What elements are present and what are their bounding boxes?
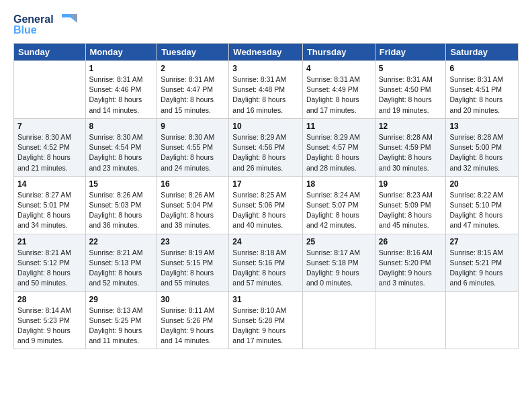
day-number: 12 [379, 122, 443, 131]
day-number: 16 [161, 179, 225, 189]
day-number: 25 [306, 237, 371, 246]
day-cell: 24Sunrise: 8:18 AMSunset: 5:16 PMDayligh… [229, 234, 303, 291]
calendar-table: SundayMondayTuesdayWednesdayThursdayFrid… [13, 43, 519, 349]
day-cell: 23Sunrise: 8:19 AMSunset: 5:15 PMDayligh… [157, 234, 229, 291]
day-cell: 3Sunrise: 8:31 AMSunset: 4:48 PMDaylight… [229, 61, 303, 119]
day-cell: 14Sunrise: 8:27 AMSunset: 5:01 PMDayligh… [14, 176, 86, 234]
day-number: 30 [161, 295, 225, 304]
day-cell [302, 291, 375, 349]
day-number: 26 [379, 237, 443, 246]
day-number: 6 [449, 64, 515, 73]
day-number: 13 [449, 122, 515, 131]
day-number: 1 [89, 64, 154, 73]
day-info: Sunrise: 8:24 AMSunset: 5:07 PMDaylight:… [306, 190, 371, 231]
day-info: Sunrise: 8:19 AMSunset: 5:15 PMDaylight:… [161, 248, 225, 289]
day-info: Sunrise: 8:27 AMSunset: 5:01 PMDaylight:… [17, 190, 82, 231]
day-info: Sunrise: 8:30 AMSunset: 4:54 PMDaylight:… [89, 132, 154, 173]
day-number: 2 [161, 64, 225, 73]
day-cell: 12Sunrise: 8:28 AMSunset: 4:59 PMDayligh… [375, 118, 446, 176]
logo: General Blue [13, 11, 81, 36]
day-cell: 8Sunrise: 8:30 AMSunset: 4:54 PMDaylight… [85, 118, 157, 176]
day-number: 7 [17, 122, 82, 131]
day-cell: 20Sunrise: 8:22 AMSunset: 5:10 PMDayligh… [446, 176, 519, 234]
day-info: Sunrise: 8:21 AMSunset: 5:12 PMDaylight:… [17, 248, 82, 289]
day-cell: 28Sunrise: 8:14 AMSunset: 5:23 PMDayligh… [14, 291, 86, 349]
day-cell: 18Sunrise: 8:24 AMSunset: 5:07 PMDayligh… [302, 176, 375, 234]
day-info: Sunrise: 8:29 AMSunset: 4:57 PMDaylight:… [306, 132, 371, 173]
day-number: 17 [232, 179, 299, 189]
day-info: Sunrise: 8:31 AMSunset: 4:47 PMDaylight:… [161, 75, 225, 116]
day-info: Sunrise: 8:28 AMSunset: 5:00 PMDaylight:… [449, 132, 515, 173]
day-cell: 31Sunrise: 8:10 AMSunset: 5:28 PMDayligh… [229, 291, 303, 349]
day-number: 10 [232, 122, 299, 131]
day-info: Sunrise: 8:22 AMSunset: 5:10 PMDaylight:… [449, 190, 515, 231]
week-row-2: 7Sunrise: 8:30 AMSunset: 4:52 PMDaylight… [14, 118, 519, 176]
day-info: Sunrise: 8:16 AMSunset: 5:20 PMDaylight:… [379, 248, 443, 289]
day-number: 11 [306, 122, 371, 131]
day-cell: 4Sunrise: 8:31 AMSunset: 4:49 PMDaylight… [302, 61, 375, 119]
day-cell: 19Sunrise: 8:23 AMSunset: 5:09 PMDayligh… [375, 176, 446, 234]
day-number: 21 [17, 237, 82, 246]
day-info: Sunrise: 8:11 AMSunset: 5:26 PMDaylight:… [161, 306, 225, 347]
day-cell: 15Sunrise: 8:26 AMSunset: 5:03 PMDayligh… [85, 176, 157, 234]
day-cell: 9Sunrise: 8:30 AMSunset: 4:55 PMDaylight… [157, 118, 229, 176]
day-number: 18 [306, 179, 371, 189]
day-cell: 7Sunrise: 8:30 AMSunset: 4:52 PMDaylight… [14, 118, 86, 176]
weekday-header-friday: Friday [375, 44, 446, 61]
header: General Blue [13, 11, 519, 36]
day-info: Sunrise: 8:25 AMSunset: 5:06 PMDaylight:… [232, 190, 299, 231]
day-number: 22 [89, 237, 154, 246]
weekday-header-sunday: Sunday [14, 44, 86, 61]
day-info: Sunrise: 8:21 AMSunset: 5:13 PMDaylight:… [89, 248, 154, 289]
weekday-header-row: SundayMondayTuesdayWednesdayThursdayFrid… [14, 44, 519, 61]
day-number: 4 [306, 64, 371, 73]
day-number: 3 [232, 64, 299, 73]
day-info: Sunrise: 8:18 AMSunset: 5:16 PMDaylight:… [232, 248, 299, 289]
day-cell: 17Sunrise: 8:25 AMSunset: 5:06 PMDayligh… [229, 176, 303, 234]
day-info: Sunrise: 8:23 AMSunset: 5:09 PMDaylight:… [379, 190, 443, 231]
day-cell: 30Sunrise: 8:11 AMSunset: 5:26 PMDayligh… [157, 291, 229, 349]
day-info: Sunrise: 8:30 AMSunset: 4:55 PMDaylight:… [161, 132, 225, 173]
day-info: Sunrise: 8:31 AMSunset: 4:46 PMDaylight:… [89, 75, 154, 116]
day-info: Sunrise: 8:15 AMSunset: 5:21 PMDaylight:… [449, 248, 515, 289]
day-cell: 25Sunrise: 8:17 AMSunset: 5:18 PMDayligh… [302, 234, 375, 291]
week-row-4: 21Sunrise: 8:21 AMSunset: 5:12 PMDayligh… [14, 234, 519, 291]
day-number: 29 [89, 295, 154, 304]
logo-svg: General Blue [13, 11, 81, 36]
day-cell: 16Sunrise: 8:26 AMSunset: 5:04 PMDayligh… [157, 176, 229, 234]
day-info: Sunrise: 8:29 AMSunset: 4:56 PMDaylight:… [232, 132, 299, 173]
day-number: 19 [379, 179, 443, 189]
day-info: Sunrise: 8:31 AMSunset: 4:48 PMDaylight:… [232, 75, 299, 116]
day-cell: 29Sunrise: 8:13 AMSunset: 5:25 PMDayligh… [85, 291, 157, 349]
day-cell: 13Sunrise: 8:28 AMSunset: 5:00 PMDayligh… [446, 118, 519, 176]
weekday-header-thursday: Thursday [302, 44, 375, 61]
day-info: Sunrise: 8:13 AMSunset: 5:25 PMDaylight:… [89, 306, 154, 347]
day-cell: 26Sunrise: 8:16 AMSunset: 5:20 PMDayligh… [375, 234, 446, 291]
day-number: 8 [89, 122, 154, 131]
day-cell [375, 291, 446, 349]
day-number: 31 [232, 295, 299, 304]
day-cell: 27Sunrise: 8:15 AMSunset: 5:21 PMDayligh… [446, 234, 519, 291]
day-info: Sunrise: 8:31 AMSunset: 4:50 PMDaylight:… [379, 75, 443, 116]
day-cell: 11Sunrise: 8:29 AMSunset: 4:57 PMDayligh… [302, 118, 375, 176]
day-info: Sunrise: 8:31 AMSunset: 4:51 PMDaylight:… [449, 75, 515, 116]
day-cell: 10Sunrise: 8:29 AMSunset: 4:56 PMDayligh… [229, 118, 303, 176]
day-info: Sunrise: 8:14 AMSunset: 5:23 PMDaylight:… [17, 306, 82, 347]
day-number: 14 [17, 179, 82, 189]
day-cell [14, 61, 86, 119]
page: General Blue SundayMondayTuesdayWednesda… [0, 0, 532, 356]
day-cell: 1Sunrise: 8:31 AMSunset: 4:46 PMDaylight… [85, 61, 157, 119]
day-number: 15 [89, 179, 154, 189]
day-info: Sunrise: 8:26 AMSunset: 5:04 PMDaylight:… [161, 190, 225, 231]
day-info: Sunrise: 8:10 AMSunset: 5:28 PMDaylight:… [232, 306, 299, 347]
day-number: 28 [17, 295, 82, 304]
day-cell: 5Sunrise: 8:31 AMSunset: 4:50 PMDaylight… [375, 61, 446, 119]
week-row-1: 1Sunrise: 8:31 AMSunset: 4:46 PMDaylight… [14, 61, 519, 119]
day-cell: 6Sunrise: 8:31 AMSunset: 4:51 PMDaylight… [446, 61, 519, 119]
day-number: 5 [379, 64, 443, 73]
day-number: 23 [161, 237, 225, 246]
day-cell: 22Sunrise: 8:21 AMSunset: 5:13 PMDayligh… [85, 234, 157, 291]
svg-text:General: General [13, 13, 54, 25]
week-row-3: 14Sunrise: 8:27 AMSunset: 5:01 PMDayligh… [14, 176, 519, 234]
weekday-header-saturday: Saturday [446, 44, 519, 61]
